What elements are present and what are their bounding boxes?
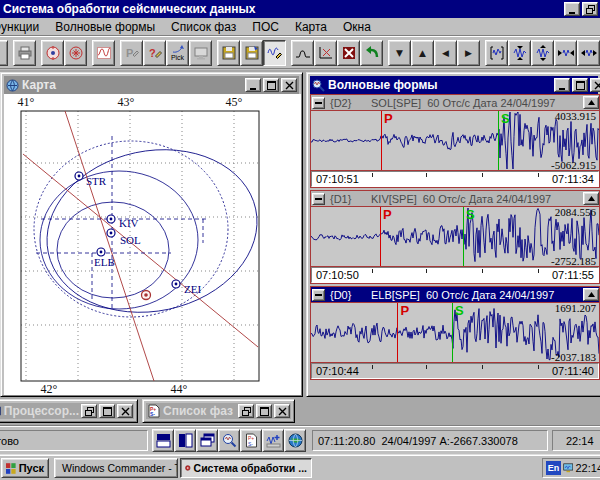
waves-close-button[interactable]	[590, 78, 600, 92]
maximize-button[interactable]	[256, 404, 272, 418]
map-station-STR[interactable]: STR	[75, 172, 107, 187]
language-indicator[interactable]: En	[546, 461, 561, 475]
save-button[interactable]	[217, 40, 240, 66]
status-ready-text: Готово	[0, 435, 19, 447]
wave-area[interactable]: P S 1691.207 -2037.183	[311, 302, 599, 363]
window-tile-horizontal-button[interactable]	[152, 429, 174, 452]
s-marker[interactable]: S	[452, 303, 453, 362]
map-epicenter[interactable]	[142, 291, 151, 300]
menu-waveforms[interactable]: Волновые формы	[47, 18, 163, 36]
collapse-button[interactable]	[312, 289, 325, 301]
close-button[interactable]	[274, 404, 290, 418]
amplitude-decrease-button[interactable]	[508, 40, 531, 66]
p-marker[interactable]: P	[381, 111, 382, 170]
zoom-tool-button[interactable]	[218, 429, 240, 452]
wave-area[interactable]: P S 4033.915 -5062.915	[311, 110, 599, 171]
start-button[interactable]: Пуск	[1, 458, 49, 478]
close-icon	[121, 407, 130, 416]
menu-phase-list[interactable]: Список фаз	[163, 18, 244, 36]
map-canvas[interactable]: 41°43°45°42°44°STRKIVSOLELBZEI	[4, 94, 301, 395]
task-seismic-app[interactable]: Система обработки ...	[180, 458, 312, 478]
s-marker[interactable]: S	[498, 111, 499, 170]
windows-flag-icon	[6, 463, 16, 474]
p-marker[interactable]: P	[380, 207, 381, 266]
wave-area[interactable]: P S 2084.556 -2752.185	[311, 206, 599, 267]
waves-maximize-button[interactable]	[572, 78, 588, 92]
time-scale[interactable]: 07:10:44 07:11:40	[311, 363, 599, 379]
collapse-button[interactable]	[312, 193, 325, 205]
scroll-right-button[interactable]: ▶	[457, 40, 480, 66]
pick-p-button[interactable]: P	[120, 40, 143, 66]
phase-list-button[interactable]: P+S-	[240, 429, 262, 452]
menu-map[interactable]: Карта	[287, 18, 335, 36]
menu-functions[interactable]: Функции	[0, 18, 47, 36]
waveform-icon	[96, 45, 112, 61]
tray-display-icon[interactable]	[563, 461, 573, 475]
task-windows-commander[interactable]: Windows Commander - Tw...	[54, 458, 178, 478]
focal-sphere-icon	[45, 45, 61, 61]
close-button[interactable]	[117, 404, 133, 418]
phase-list-titlebar[interactable]: P+S- Список фаз	[146, 403, 291, 419]
delete-button[interactable]	[337, 40, 360, 66]
time-scale[interactable]: 07:10:50 07:11:55	[311, 267, 599, 283]
wave-panel-header[interactable]: {D0} ELB[SPE] 60 Отс/с Дата 24/04/1997	[311, 287, 599, 302]
restore-icon	[586, 5, 595, 14]
map-titlebar[interactable]: Карта	[4, 76, 299, 94]
event-epicenter-button[interactable]	[64, 40, 87, 66]
clipped-button[interactable]	[0, 40, 8, 66]
filter-button[interactable]	[291, 40, 314, 66]
s-marker[interactable]: S	[463, 207, 464, 266]
window-cascade-button[interactable]	[196, 429, 218, 452]
event-mechanism-button[interactable]	[41, 40, 64, 66]
print-button[interactable]	[13, 40, 36, 66]
pick-query-button[interactable]: ?	[143, 40, 166, 66]
tile-horizontal-icon	[156, 433, 171, 448]
time-expand-button[interactable]	[577, 40, 600, 66]
wave-panel-header[interactable]: {D2} SOL[SPE] 60 Отс/с Дата 24/04/1997	[311, 95, 599, 110]
window-tile-vertical-button[interactable]	[174, 429, 196, 452]
scroll-up-button[interactable]	[583, 96, 599, 109]
svg-text:45°: 45°	[226, 95, 243, 109]
scroll-left-button[interactable]: ◀	[434, 40, 457, 66]
maximize-icon	[576, 81, 585, 90]
map-station-ZEI[interactable]: ZEI	[172, 280, 201, 295]
waves-minimize-button[interactable]	[554, 78, 570, 92]
channel-info: 60 Отс/с Дата 24/04/1997	[426, 289, 554, 301]
phase-list-icon: P+S-	[147, 404, 161, 418]
response-remove-button[interactable]	[314, 40, 337, 66]
time-scale[interactable]: 07:10:51 07:11:34	[311, 171, 599, 187]
waveforms-titlebar[interactable]: Волновые формы	[310, 76, 598, 94]
waveform-view-button[interactable]	[92, 40, 115, 66]
menu-windows[interactable]: Окна	[335, 18, 379, 36]
restore-button[interactable]	[582, 2, 598, 16]
waveform-insert-button[interactable]	[262, 429, 284, 452]
pick-edit-toggle[interactable]	[263, 40, 286, 66]
wave-panel-header[interactable]: {D1} KIV[SPE] 60 Отс/с Дата 24/04/1997	[311, 191, 599, 206]
scroll-up-button[interactable]	[583, 192, 599, 205]
processor-icon	[0, 404, 2, 418]
map-maximize-button[interactable]	[263, 78, 279, 92]
display-button[interactable]	[189, 40, 212, 66]
menu-pos[interactable]: ПОС	[244, 18, 287, 36]
scroll-up-button[interactable]	[583, 288, 599, 301]
map-globe-button[interactable]	[284, 429, 306, 452]
maximize-button[interactable]	[99, 404, 115, 418]
restore-button[interactable]	[238, 404, 254, 418]
undo-button[interactable]	[360, 40, 383, 66]
scroll-down-button[interactable]: ▼	[388, 40, 411, 66]
p-marker[interactable]: P	[397, 303, 398, 362]
time-compress-button[interactable]	[554, 40, 577, 66]
map-minimize-button[interactable]	[245, 78, 261, 92]
pick-tool-button[interactable]: Pick	[166, 40, 189, 66]
amplitude-increase-button[interactable]	[531, 40, 554, 66]
fit-amplitude-button[interactable]	[485, 40, 508, 66]
up-arrow-icon: ▲	[419, 49, 426, 58]
processor-titlebar[interactable]: Процессор...	[0, 403, 134, 419]
map-close-button[interactable]	[281, 78, 297, 92]
save-as-button[interactable]	[240, 40, 263, 66]
minimize-button[interactable]	[564, 2, 580, 16]
scroll-up-button[interactable]: ▲	[411, 40, 434, 66]
maximize-icon	[267, 81, 276, 90]
collapse-button[interactable]	[312, 97, 325, 109]
restore-button[interactable]	[81, 404, 97, 418]
